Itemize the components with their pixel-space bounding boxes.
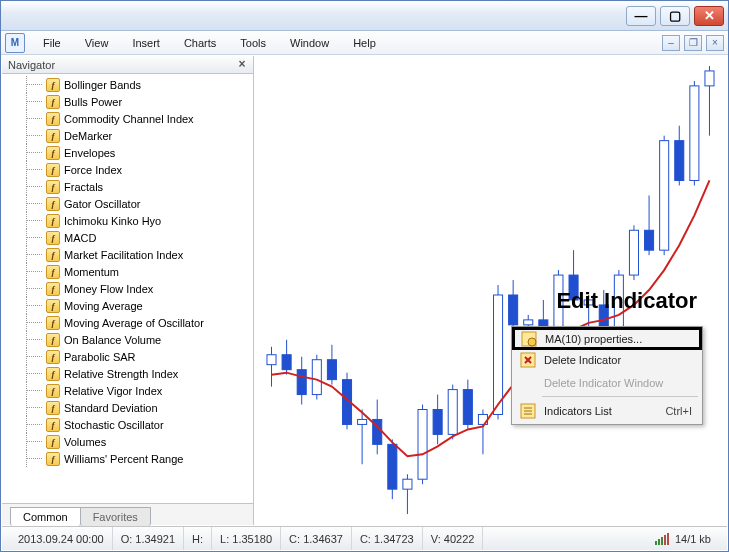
menu-bar: M FileViewInsertChartsToolsWindowHelp – … (1, 31, 728, 55)
menu-ma-properties[interactable]: MA(10) properties... (512, 327, 702, 350)
function-icon: f (46, 452, 60, 466)
indicator-item[interactable]: fBollinger Bands (2, 76, 253, 93)
function-icon: f (46, 401, 60, 415)
navigator-tree[interactable]: fBollinger BandsfBulls PowerfCommodity C… (2, 74, 253, 503)
indicator-item[interactable]: fEnvelopes (2, 144, 253, 161)
menu-help[interactable]: Help (341, 34, 388, 52)
navigator-panel: Navigator × fBollinger BandsfBulls Power… (2, 56, 254, 525)
function-icon: f (46, 146, 60, 160)
indicator-item[interactable]: fForce Index (2, 161, 253, 178)
indicator-item[interactable]: fGator Oscillator (2, 195, 253, 212)
function-icon: f (46, 163, 60, 177)
status-c1: C: 1.34637 (281, 527, 352, 550)
function-icon: f (46, 129, 60, 143)
app-icon: M (5, 33, 25, 53)
svg-rect-13 (358, 419, 367, 424)
menu-view[interactable]: View (73, 34, 121, 52)
indicator-delete-icon (520, 352, 536, 368)
indicator-item[interactable]: fMomentum (2, 263, 253, 280)
function-icon: f (46, 180, 60, 194)
function-icon: f (46, 435, 60, 449)
navigator-close-button[interactable]: × (235, 57, 249, 71)
status-time: 2013.09.24 00:00 (10, 527, 113, 550)
indicator-item[interactable]: fMoney Flow Index (2, 280, 253, 297)
indicator-item[interactable]: fStandard Deviation (2, 399, 253, 416)
svg-rect-23 (433, 409, 442, 434)
function-icon: f (46, 78, 60, 92)
context-menu: MA(10) properties... Delete Indicator De… (511, 326, 703, 425)
status-low: L: 1.35180 (212, 527, 281, 550)
title-bar: — ▢ ✕ (1, 1, 728, 31)
indicator-item[interactable]: fRelative Strength Index (2, 365, 253, 382)
menu-indicators-list[interactable]: Indicators List Ctrl+I (514, 399, 700, 422)
maximize-button[interactable]: ▢ (660, 6, 690, 26)
indicator-item[interactable]: fBulls Power (2, 93, 253, 110)
tab-common[interactable]: Common (10, 507, 81, 526)
mdi-minimize-button[interactable]: – (662, 35, 680, 51)
function-icon: f (46, 299, 60, 313)
function-icon: f (46, 231, 60, 245)
indicator-item[interactable]: fDeMarker (2, 127, 253, 144)
indicator-item[interactable]: fMarket Facilitation Index (2, 246, 253, 263)
svg-point-61 (528, 338, 536, 346)
menu-separator (542, 396, 698, 397)
indicator-item[interactable]: fMoving Average of Oscillator (2, 314, 253, 331)
mdi-restore-button[interactable]: ❐ (684, 35, 702, 51)
indicator-item[interactable]: fRelative Vigor Index (2, 382, 253, 399)
indicator-item[interactable]: fStochastic Oscillator (2, 416, 253, 433)
svg-rect-27 (463, 390, 472, 425)
indicator-item[interactable]: fParabolic SAR (2, 348, 253, 365)
svg-rect-19 (403, 479, 412, 489)
indicator-item[interactable]: fVolumes (2, 433, 253, 450)
svg-rect-1 (267, 355, 276, 365)
function-icon: f (46, 333, 60, 347)
navigator-title: Navigator (8, 59, 55, 71)
svg-rect-7 (312, 360, 321, 395)
minimize-button[interactable]: — (626, 6, 656, 26)
svg-rect-3 (282, 355, 291, 370)
chart-area[interactable]: Edit Indicator MA(10) properties... Dele… (254, 56, 727, 525)
function-icon: f (46, 384, 60, 398)
indicator-item[interactable]: fIchimoku Kinko Hyo (2, 212, 253, 229)
indicator-item[interactable]: fMoving Average (2, 297, 253, 314)
tab-favorites[interactable]: Favorites (80, 507, 151, 526)
mdi-close-button[interactable]: × (706, 35, 724, 51)
menu-insert[interactable]: Insert (120, 34, 172, 52)
svg-rect-25 (448, 390, 457, 435)
function-icon: f (46, 248, 60, 262)
svg-rect-21 (418, 409, 427, 479)
function-icon: f (46, 367, 60, 381)
menu-tools[interactable]: Tools (228, 34, 278, 52)
indicator-item[interactable]: fCommodity Channel Index (2, 110, 253, 127)
menu-delete-indicator[interactable]: Delete Indicator (514, 348, 700, 371)
svg-rect-49 (629, 230, 638, 275)
menu-charts[interactable]: Charts (172, 34, 228, 52)
close-button[interactable]: ✕ (694, 6, 724, 26)
svg-rect-31 (494, 295, 503, 414)
menu-file[interactable]: File (31, 34, 73, 52)
indicator-item[interactable]: fFractals (2, 178, 253, 195)
svg-rect-9 (327, 360, 336, 380)
navigator-header: Navigator × (2, 56, 253, 74)
function-icon: f (46, 282, 60, 296)
svg-rect-17 (388, 444, 397, 489)
svg-rect-59 (705, 71, 714, 86)
indicator-item[interactable]: fOn Balance Volume (2, 331, 253, 348)
menu-window[interactable]: Window (278, 34, 341, 52)
function-icon: f (46, 214, 60, 228)
svg-rect-55 (675, 141, 684, 181)
svg-rect-53 (660, 141, 669, 251)
svg-rect-33 (509, 295, 518, 325)
svg-rect-35 (524, 320, 533, 325)
indicator-item[interactable]: fWilliams' Percent Range (2, 450, 253, 467)
status-volume: V: 40222 (423, 527, 484, 550)
svg-rect-5 (297, 370, 306, 395)
menu-delete-indicator-window: Delete Indicator Window (514, 371, 700, 394)
function-icon: f (46, 265, 60, 279)
status-high: H: (184, 527, 212, 550)
function-icon: f (46, 316, 60, 330)
indicator-item[interactable]: fMACD (2, 229, 253, 246)
status-c2: C: 1.34723 (352, 527, 423, 550)
status-connection: 14/1 kb (647, 527, 719, 550)
status-bar: 2013.09.24 00:00 O: 1.34921 H: L: 1.3518… (2, 526, 727, 550)
